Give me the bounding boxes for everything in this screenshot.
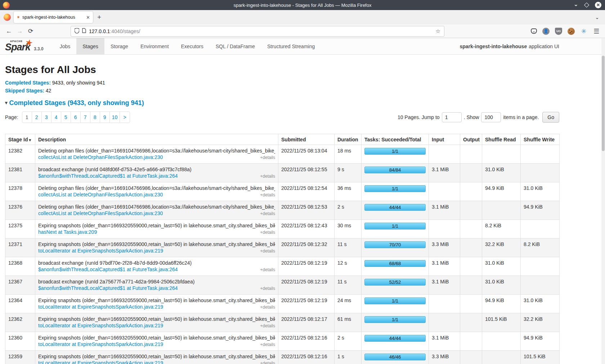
page-button[interactable]: 1 — [22, 112, 32, 123]
table-row: 12360 Expiring snapshots (older_than=166… — [5, 332, 560, 351]
details-toggle[interactable]: +details — [260, 361, 275, 364]
stage-description: Expiring snapshots (older_than=166932055… — [38, 221, 275, 228]
nav-tab[interactable]: Structured Streaming — [261, 38, 321, 54]
completed-stages-label: Completed Stages: — [5, 80, 51, 86]
stage-detail-link[interactable]: collectAsList at DeleteOrphanFilesSparkA… — [38, 154, 163, 160]
stage-detail-link[interactable]: $anonfun$withThreadLocalCaptured$1 at Fu… — [38, 267, 178, 272]
stage-detail-link[interactable]: toLocalIterator at ExpireSnapshotsSparkA… — [38, 304, 163, 310]
scrollbar-thumb[interactable] — [602, 56, 605, 151]
column-header[interactable]: Stage Id▾ — [5, 134, 35, 145]
minimize-icon[interactable]: ⌄ — [574, 1, 578, 7]
pocket-icon[interactable]: ⌄ — [531, 28, 537, 34]
stage-detail-link[interactable]: collectAsList at DeleteOrphanFilesSparkA… — [38, 192, 163, 197]
table-row: 12378 Deleting orphan files (older_than=… — [5, 182, 560, 201]
page-button[interactable]: 3 — [42, 112, 51, 123]
close-icon[interactable]: ✕ — [595, 2, 601, 8]
stage-description: Deleting orphan files (older_than=166910… — [38, 203, 275, 210]
tab-overflow-chevron-icon[interactable]: ⌄ — [595, 14, 599, 20]
items-per-page-input[interactable] — [481, 112, 501, 122]
tab-close-icon[interactable]: ✕ — [86, 15, 90, 20]
column-header[interactable]: Duration — [335, 134, 362, 145]
details-toggle[interactable]: +details — [260, 249, 275, 254]
stage-detail-link[interactable]: toLocalIterator at ExpireSnapshotsSparkA… — [38, 360, 163, 364]
column-header[interactable]: Shuffle Read — [482, 134, 521, 145]
stage-detail-link[interactable]: $anonfun$withThreadLocalCaptured$1 at Fu… — [38, 285, 178, 291]
nav-tab[interactable]: Stages — [76, 38, 104, 54]
stage-detail-link[interactable]: collectAsList at DeleteOrphanFilesSparkA… — [38, 210, 163, 216]
tasks-cell: 1/1 — [362, 295, 429, 313]
stage-id-cell: 12367 — [5, 276, 35, 295]
completed-stages-value: 9433, only showing 941 — [52, 80, 105, 86]
page-button[interactable]: 5 — [61, 112, 71, 123]
page-button[interactable]: 8 — [90, 112, 100, 123]
stage-detail-link[interactable]: toLocalIterator at ExpireSnapshotsSparkA… — [38, 323, 163, 328]
nav-tab[interactable]: Storage — [104, 38, 134, 54]
spark-logo[interactable]: APACHE Spark ★ 3.3.0 — [0, 38, 47, 54]
page-button[interactable]: 9 — [100, 112, 110, 123]
ublock-shield-icon[interactable]: UO — [555, 28, 562, 35]
tasks-cell: 1/1 — [362, 182, 429, 201]
reload-icon[interactable]: ⟳ — [25, 27, 36, 35]
column-header[interactable]: Description — [35, 134, 278, 145]
details-toggle[interactable]: +details — [260, 174, 275, 179]
nav-tab[interactable]: Environment — [134, 38, 175, 54]
tasks-cell: 1/1 — [362, 220, 429, 238]
details-toggle[interactable]: +details — [260, 230, 275, 235]
page-button[interactable]: > — [120, 112, 130, 123]
stage-description: Expiring snapshots (older_than=166932055… — [38, 333, 275, 341]
details-toggle[interactable]: +details — [260, 155, 275, 160]
completed-stages-section-toggle[interactable]: ▾Completed Stages (9433, only showing 94… — [5, 99, 559, 107]
stage-detail-link[interactable]: hasNext at Tasks.java:209 — [38, 229, 97, 235]
stage-detail-link[interactable]: $anonfun$withThreadLocalCaptured$1 at Fu… — [38, 173, 178, 179]
browser-tab[interactable]: ✶ spark-ingest-into-lakehous ✕ — [14, 12, 93, 23]
bookmark-star-icon[interactable]: ☆ — [436, 28, 440, 35]
input-cell: 3.3 MiB — [429, 238, 460, 257]
go-button[interactable]: Go — [542, 112, 559, 123]
jump-to-input[interactable] — [442, 112, 462, 122]
details-toggle[interactable]: +details — [260, 267, 275, 272]
page-button[interactable]: 2 — [32, 112, 42, 123]
shuffle-read-cell: 94.9 KiB — [482, 295, 521, 313]
tasks-cell: 46/46 — [362, 351, 429, 364]
page-button[interactable]: 7 — [81, 112, 90, 123]
column-header[interactable]: Tasks: Succeeded/Total — [362, 134, 429, 145]
table-row: 12362 Expiring snapshots (older_than=166… — [5, 313, 560, 332]
details-toggle[interactable]: +details — [260, 192, 275, 197]
duration-cell: 11 s — [335, 276, 362, 295]
nav-tab[interactable]: Executors — [175, 38, 210, 54]
details-toggle[interactable]: +details — [260, 342, 275, 347]
page-button[interactable]: 10 — [110, 112, 120, 123]
url-input[interactable]: 127.0.0.1:4040/stages/ ☆ — [71, 26, 444, 37]
page-button[interactable]: 4 — [51, 112, 61, 123]
forward-icon[interactable]: → — [14, 28, 25, 35]
cookie-extension-icon[interactable] — [568, 28, 575, 35]
column-header[interactable]: Submitted — [278, 134, 335, 145]
page-info-icon[interactable] — [82, 28, 86, 34]
details-toggle[interactable]: +details — [260, 305, 275, 310]
page-button[interactable]: 6 — [71, 112, 81, 123]
firefox-icon[interactable] — [4, 14, 11, 21]
shield-icon[interactable] — [75, 28, 79, 35]
stage-description: Deleting orphan files (older_than=166910… — [38, 184, 275, 191]
nav-tab[interactable]: SQL / DataFrame — [210, 38, 261, 54]
details-toggle[interactable]: +details — [260, 211, 275, 216]
new-tab-button[interactable]: + — [97, 13, 101, 21]
url-host: 127.0.0.1 — [89, 28, 110, 34]
description-cell: broadcast exchange (runId 048fd06f-d753-… — [35, 164, 278, 182]
details-toggle[interactable]: +details — [260, 323, 275, 328]
extension-asterisk-icon[interactable]: ✳ — [580, 28, 587, 35]
column-header[interactable]: Shuffle Write — [521, 134, 560, 145]
back-icon[interactable]: ← — [4, 28, 14, 35]
details-toggle[interactable]: +details — [260, 286, 275, 291]
account-icon[interactable]: 👤 — [542, 28, 550, 35]
column-header[interactable]: Input — [429, 134, 460, 145]
stage-id-cell: 12375 — [5, 220, 35, 238]
hamburger-menu-icon[interactable]: ☰ — [593, 28, 600, 35]
stage-detail-link[interactable]: toLocalIterator at ExpireSnapshotsSparkA… — [38, 248, 163, 254]
duration-cell: 2 s — [335, 201, 362, 220]
table-row: 12381 broadcast exchange (runId 048fd06f… — [5, 164, 560, 182]
column-header[interactable]: Output — [460, 134, 482, 145]
maximize-icon[interactable] — [584, 3, 589, 8]
stage-detail-link[interactable]: toLocalIterator at ExpireSnapshotsSparkA… — [38, 341, 163, 347]
nav-tab[interactable]: Jobs — [54, 38, 77, 54]
